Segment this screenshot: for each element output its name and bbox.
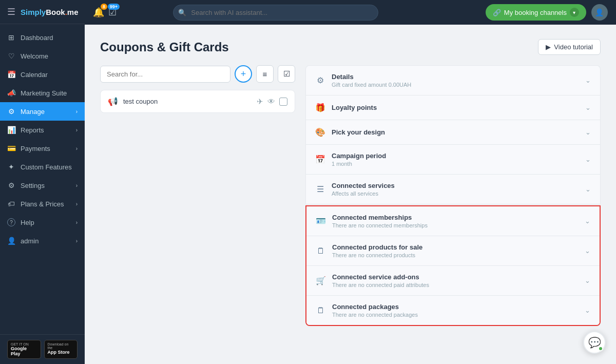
memberships-icon: 🪪 [316, 216, 326, 226]
accordion-connected-addons[interactable]: 🛒 Connected service add-ons There are no… [306, 266, 600, 296]
packages-chevron-icon: ⌄ [585, 306, 590, 314]
campaign-title: Campaign period [332, 152, 585, 160]
list-view-button[interactable]: ≡ [256, 65, 274, 83]
packages-subtitle: There are no connected packages [332, 312, 585, 318]
search-input[interactable] [173, 5, 378, 21]
accordion-details[interactable]: ⚙ Details Gift card fixed amount 0.00UAH… [306, 66, 600, 95]
page-title: Coupons & Gift Cards [100, 40, 229, 54]
details-chevron-icon: ⌄ [585, 76, 591, 84]
top-right-controls: 🔗 My booking channels ▾ 👤 [486, 4, 608, 21]
google-play-label-small: GET IT ON [11, 342, 29, 346]
avatar[interactable]: 👤 [591, 4, 608, 21]
addons-title: Connected service add-ons [332, 273, 585, 281]
coupon-list-item: 📢 test coupon ✈ 👁 [100, 90, 295, 113]
admin-icon: 👤 [7, 237, 15, 245]
sidebar-item-plans-prices[interactable]: 🏷 Plans & Prices › [0, 195, 85, 213]
video-tutorial-button[interactable]: ▶ Video tutorial [538, 39, 601, 55]
top-bar: 🔔 8 ☑ 99+ 🔍 🔗 My booking channels ▾ 👤 [85, 0, 616, 25]
details-icon: ⚙ [315, 75, 325, 85]
sidebar-item-reports[interactable]: 📊 Reports › [0, 121, 85, 139]
memberships-title: Connected memberships [332, 214, 585, 221]
addons-subtitle: There are no connected paid attributes [332, 282, 585, 288]
settings-icon: ⚙ [7, 181, 15, 189]
sidebar-item-manage[interactable]: ⚙ Manage › [0, 102, 85, 121]
campaign-icon: 📅 [315, 155, 325, 164]
search-icon: 🔍 [178, 9, 186, 16]
chat-bubble[interactable]: 💬 [583, 331, 606, 354]
coupon-actions: ✈ 👁 [257, 97, 287, 106]
accordion-campaign-period[interactable]: 📅 Campaign period 1 month ⌄ [306, 144, 600, 174]
content-row: + ≡ ☑ 📢 test coupon ✈ 👁 [100, 65, 601, 350]
reports-icon: 📊 [7, 126, 15, 134]
sidebar-item-marketing-suite[interactable]: 📣 Marketing Suite [0, 84, 85, 102]
settings-chevron-icon: › [76, 183, 78, 188]
left-panel: + ≡ ☑ 📢 test coupon ✈ 👁 [100, 65, 295, 350]
packages-title: Connected packages [332, 303, 585, 311]
plans-icon: 🏷 [7, 200, 15, 208]
sidebar-item-settings[interactable]: ⚙ Settings › [0, 176, 85, 195]
loyalty-chevron-icon: ⌄ [585, 104, 591, 111]
admin-chevron-icon: › [76, 238, 78, 244]
sidebar-item-dashboard[interactable]: ⊞ Dashboard [0, 28, 85, 47]
sidebar-item-welcome[interactable]: ♡ Welcome [0, 47, 85, 65]
logo: SimplyBook.me [21, 8, 79, 16]
accordion-connected-products[interactable]: 🗒 Connected products for sale There are … [306, 236, 600, 266]
help-chevron-icon: › [76, 220, 78, 225]
menu-icon[interactable]: ☰ [7, 6, 15, 17]
app-store-label: App Store [48, 350, 70, 355]
app-store-badge[interactable]: Download on the App Store [44, 340, 78, 359]
products-subtitle: There are no connected products [332, 252, 585, 258]
sidebar-item-calendar[interactable]: 📅 Calendar [0, 65, 85, 84]
booking-link-icon: 🔗 [493, 9, 501, 16]
manage-chevron-icon: › [76, 109, 78, 114]
tasks-icon[interactable]: ☑ 99+ [108, 7, 117, 18]
addons-chevron-icon: ⌄ [585, 277, 590, 284]
page-header: Coupons & Gift Cards ▶ Video tutorial [100, 39, 601, 55]
booking-btn-chevron-icon: ▾ [570, 8, 579, 17]
search-bar: 🔍 [173, 5, 378, 21]
sidebar-nav: ⊞ Dashboard ♡ Welcome 📅 Calendar 📣 Marke… [0, 24, 85, 334]
accordion-connected-services[interactable]: ☰ Connected services Affects all service… [306, 174, 600, 204]
custom-features-icon: ✦ [7, 163, 15, 171]
accordion-pick-design[interactable]: 🎨 Pick your design ⌄ [306, 120, 600, 144]
sidebar-item-payments[interactable]: 💳 Payments › [0, 139, 85, 158]
sidebar-footer: GET IT ON Google Play Download on the Ap… [0, 334, 85, 364]
eye-icon[interactable]: 👁 [267, 97, 275, 106]
manage-icon: ⚙ [7, 107, 15, 116]
calendar-icon: 📅 [7, 70, 15, 79]
coupon-checkbox[interactable] [279, 98, 287, 106]
services-subtitle: Affects all services [332, 190, 585, 197]
check-all-button[interactable]: ☑ [278, 65, 295, 83]
coupon-toolbar: + ≡ ☑ [100, 65, 295, 83]
booking-channels-button[interactable]: 🔗 My booking channels ▾ [486, 4, 586, 21]
campaign-chevron-icon: ⌄ [585, 156, 591, 163]
tasks-badge: 99+ [108, 4, 120, 10]
services-chevron-icon: ⌄ [585, 185, 591, 193]
coupon-search-input[interactable] [100, 66, 230, 83]
design-title: Pick your design [332, 128, 585, 136]
sidebar-item-admin[interactable]: 👤 admin › [0, 232, 85, 250]
loyalty-icon: 🎁 [315, 103, 325, 112]
payments-icon: 💳 [7, 144, 15, 152]
products-title: Connected products for sale [332, 243, 585, 251]
coupon-name: test coupon [123, 98, 252, 105]
dashboard-icon: ⊞ [7, 33, 15, 42]
packages-icon: 🗒 [316, 306, 326, 315]
highlighted-accordion-group: 🪪 Connected memberships There are no con… [305, 205, 601, 326]
add-coupon-button[interactable]: + [235, 65, 252, 83]
accordion-connected-memberships[interactable]: 🪪 Connected memberships There are no con… [306, 206, 600, 236]
details-title: Details [332, 73, 585, 81]
reports-chevron-icon: › [76, 127, 78, 133]
notifications-bell[interactable]: 🔔 8 [93, 7, 104, 18]
addons-icon: 🛒 [316, 276, 326, 285]
services-title: Connected services [332, 182, 585, 189]
accordion-loyalty-points[interactable]: 🎁 Loyalty points ⌄ [306, 95, 600, 120]
sidebar-item-help[interactable]: ? Help › [0, 213, 85, 232]
products-chevron-icon: ⌄ [585, 247, 590, 255]
top-accordions: ⚙ Details Gift card fixed amount 0.00UAH… [305, 65, 601, 204]
accordion-connected-packages[interactable]: 🗒 Connected packages There are no connec… [306, 296, 600, 325]
sidebar-item-custom-features[interactable]: ✦ Custom Features [0, 158, 85, 176]
send-icon[interactable]: ✈ [257, 97, 263, 106]
google-play-badge[interactable]: GET IT ON Google Play [7, 340, 41, 359]
chat-online-dot [598, 346, 603, 351]
